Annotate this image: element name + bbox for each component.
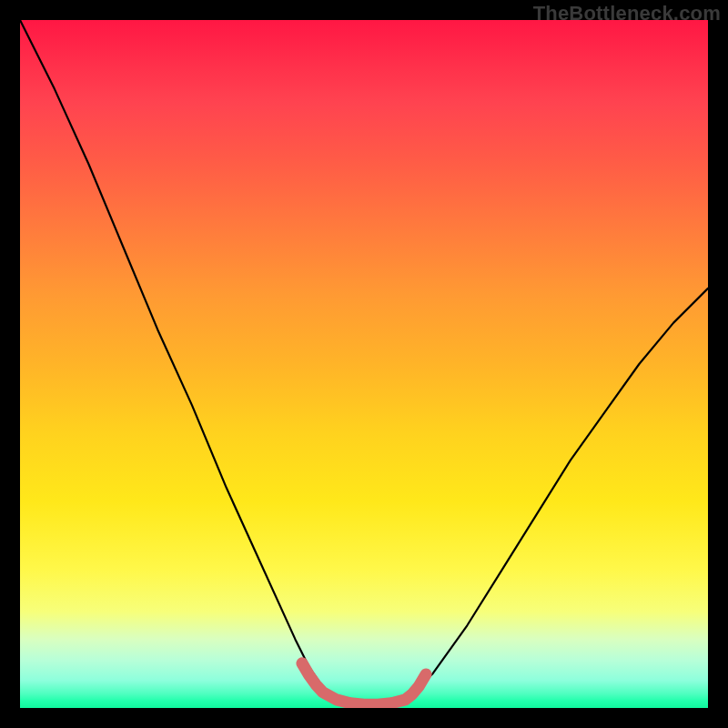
bottleneck-curve-path bbox=[20, 20, 708, 704]
plot-area bbox=[20, 20, 708, 708]
watermark-text: TheBottleneck.com bbox=[533, 2, 721, 25]
chart-frame: TheBottleneck.com bbox=[0, 0, 728, 728]
curve-layer bbox=[20, 20, 708, 708]
valley-band-path bbox=[302, 663, 426, 704]
